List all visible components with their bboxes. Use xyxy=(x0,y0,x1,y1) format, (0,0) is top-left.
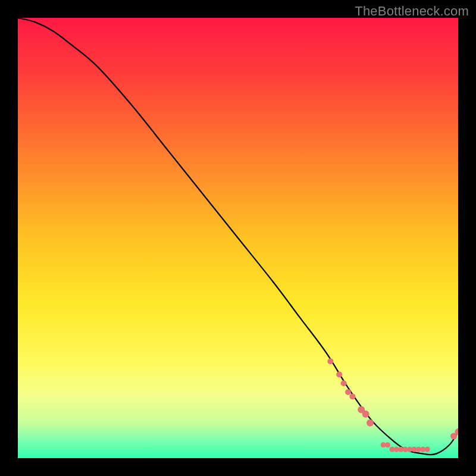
marker-group xyxy=(327,358,458,452)
bottleneck-curve xyxy=(18,18,458,455)
data-marker xyxy=(362,411,369,418)
data-marker xyxy=(385,442,390,447)
data-marker xyxy=(367,419,374,427)
data-marker xyxy=(336,371,342,377)
data-marker xyxy=(341,380,347,386)
curve-layer xyxy=(18,18,458,458)
plot-area xyxy=(18,18,458,458)
data-marker xyxy=(425,447,430,452)
watermark-text: TheBottleneck.com xyxy=(355,4,469,19)
data-marker xyxy=(327,358,333,364)
chart-stage: TheBottleneck.com xyxy=(0,0,476,476)
data-marker xyxy=(345,389,351,395)
data-marker xyxy=(349,393,355,399)
